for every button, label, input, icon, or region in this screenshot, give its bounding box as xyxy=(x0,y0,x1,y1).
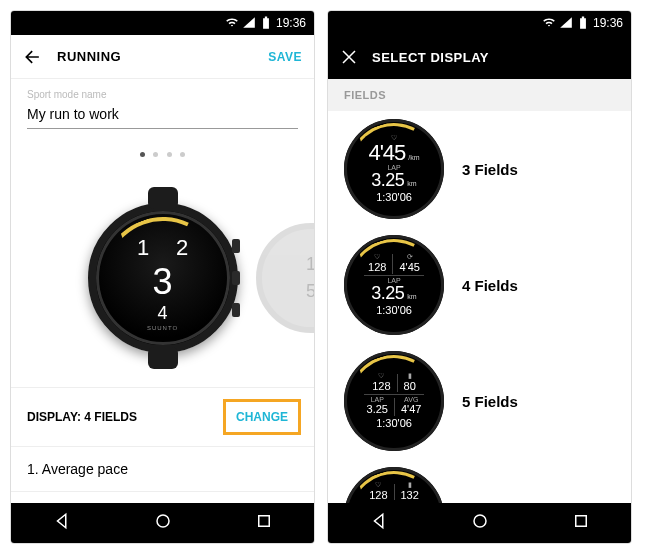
wifi-icon xyxy=(542,16,556,30)
battery-icon xyxy=(259,16,273,30)
nav-recent-icon[interactable] xyxy=(255,512,273,534)
display-row: DISPLAY: 4 FIELDS CHANGE xyxy=(11,387,314,447)
watch-thumb: ♡128 ⟳4'45 LAP 3.25km 1:30'06 xyxy=(344,235,444,335)
signal-icon xyxy=(242,16,256,30)
dot xyxy=(140,152,145,157)
watch-brand: SUUNTO xyxy=(96,325,230,331)
battery-icon xyxy=(576,16,590,30)
watch-carousel[interactable]: 1 2 3 4 SUUNTO 1 5 xyxy=(11,169,314,387)
svg-point-2 xyxy=(474,515,486,527)
svg-rect-1 xyxy=(258,516,269,527)
option-label: 5 Fields xyxy=(462,393,518,410)
status-time: 19:36 xyxy=(593,16,623,30)
nav-home-icon[interactable] xyxy=(154,512,172,534)
sport-mode-name-input[interactable] xyxy=(27,102,298,129)
statusbar: 19:36 xyxy=(328,11,631,35)
dot xyxy=(167,152,172,157)
phone-right: 19:36 SELECT DISPLAY FIELDS ♡ 4'45/km LA… xyxy=(327,10,632,544)
back-icon[interactable] xyxy=(23,47,43,67)
phone-left: 19:36 RUNNING SAVE Sport mode name 1 xyxy=(10,10,315,544)
option-label: 4 Fields xyxy=(462,277,518,294)
svg-rect-3 xyxy=(575,516,586,527)
svg-point-0 xyxy=(157,515,169,527)
close-icon[interactable] xyxy=(340,48,358,66)
field-item[interactable]: 1. Average pace xyxy=(11,447,314,492)
dot xyxy=(153,152,158,157)
dot xyxy=(180,152,185,157)
android-navbar xyxy=(11,503,314,543)
save-button[interactable]: SAVE xyxy=(268,50,302,64)
input-label: Sport mode name xyxy=(11,79,314,102)
display-option-5-fields[interactable]: ♡128 ▮80 LAP3.25 AVG4'47 1:30'06 5 F xyxy=(328,343,631,459)
wifi-icon xyxy=(225,16,239,30)
watch-thumb: ♡128 ▮80 LAP3.25 AVG4'47 1:30'06 xyxy=(344,351,444,451)
option-label: 3 Fields xyxy=(462,161,518,178)
watch-thumb: ♡128 ▮132 xyxy=(344,467,444,503)
statusbar: 19:36 xyxy=(11,11,314,35)
field-slot-4: 4 xyxy=(157,303,167,324)
display-option-3-fields[interactable]: ♡ 4'45/km LAP 3.25km 1:30'06 3 Fields xyxy=(328,111,631,227)
change-button[interactable]: CHANGE xyxy=(226,402,298,432)
page-indicator xyxy=(11,135,314,169)
page-title: SELECT DISPLAY xyxy=(372,50,619,65)
display-options: ♡ 4'45/km LAP 3.25km 1:30'06 3 Fields ♡1… xyxy=(328,111,631,497)
nav-back-icon[interactable] xyxy=(53,512,71,534)
section-label: FIELDS xyxy=(328,79,631,111)
signal-icon xyxy=(559,16,573,30)
field-slot-3: 3 xyxy=(152,261,172,303)
content-left: Sport mode name 1 2 3 4 SUUNTO xyxy=(11,79,314,503)
display-option-partial[interactable]: ♡128 ▮132 xyxy=(328,459,631,497)
display-label: DISPLAY: 4 FIELDS xyxy=(27,410,137,424)
field-slot-2: 2 xyxy=(176,235,188,261)
nav-back-icon[interactable] xyxy=(370,512,388,534)
content-right: FIELDS ♡ 4'45/km LAP 3.25km 1:30'06 3 Fi… xyxy=(328,79,631,503)
android-navbar xyxy=(328,503,631,543)
display-option-4-fields[interactable]: ♡128 ⟳4'45 LAP 3.25km 1:30'06 4 Fields xyxy=(328,227,631,343)
watch-thumb: ♡ 4'45/km LAP 3.25km 1:30'06 xyxy=(344,119,444,219)
status-time: 19:36 xyxy=(276,16,306,30)
appbar: RUNNING SAVE xyxy=(11,35,314,79)
field-item[interactable]: 2. Heart rate xyxy=(11,492,314,503)
page-title: RUNNING xyxy=(57,49,268,64)
watch-preview: 1 2 3 4 SUUNTO xyxy=(73,178,253,378)
field-slot-1: 1 xyxy=(137,235,149,261)
nav-home-icon[interactable] xyxy=(471,512,489,534)
nav-recent-icon[interactable] xyxy=(572,512,590,534)
appbar: SELECT DISPLAY xyxy=(328,35,631,79)
next-watch-preview[interactable]: 1 5 xyxy=(256,223,314,333)
